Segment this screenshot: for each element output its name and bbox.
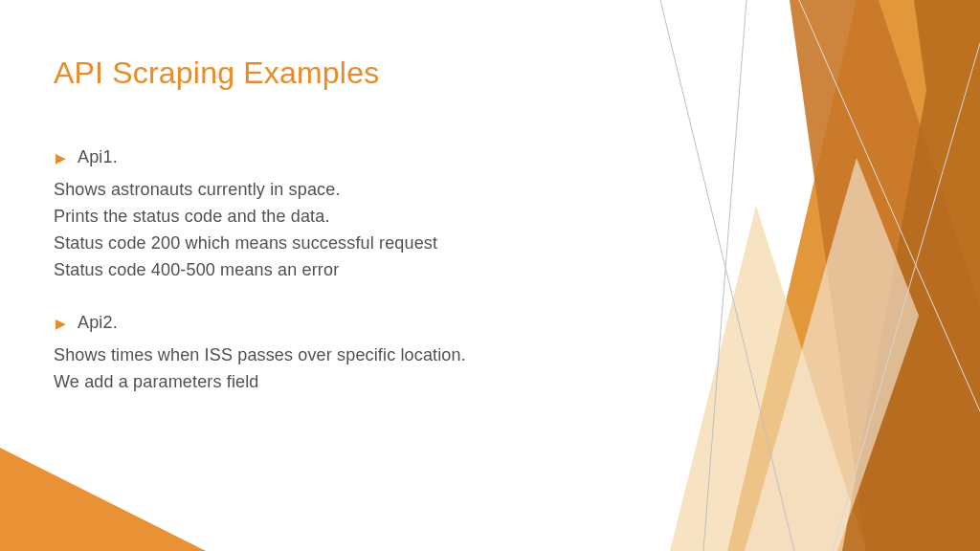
body-line: Status code 400-500 means an error: [54, 257, 926, 284]
bullet-label: Api2.: [78, 310, 118, 337]
bullet-item-api1: ▶ Api1.: [54, 144, 926, 171]
body-line: Shows astronauts currently in space.: [54, 177, 926, 204]
bullet-arrow-icon: ▶: [56, 150, 66, 165]
svg-marker-0: [0, 448, 206, 551]
bullet-arrow-icon: ▶: [56, 316, 66, 331]
slide-title: API Scraping Examples: [54, 55, 926, 91]
bullet-item-api2: ▶ Api2.: [54, 310, 926, 337]
body-line: Shows times when ISS passes over specifi…: [54, 342, 926, 369]
slide-content: API Scraping Examples ▶ Api1. Shows astr…: [0, 0, 980, 452]
body-line: Status code 200 which means successful r…: [54, 231, 926, 257]
body-line: We add a parameters field: [54, 369, 926, 396]
bullet-label: Api1.: [78, 144, 118, 171]
body-line: Prints the status code and the data.: [54, 204, 926, 231]
